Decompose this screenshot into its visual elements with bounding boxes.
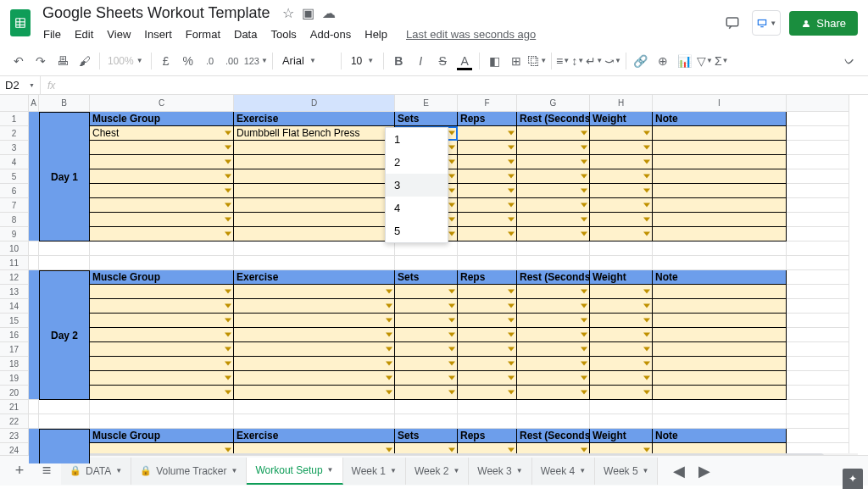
tab-menu-icon[interactable]: ▼	[115, 467, 122, 475]
cell-13-4[interactable]	[395, 285, 458, 299]
dropdown-arrow-icon[interactable]	[508, 290, 515, 294]
dropdown-arrow-icon[interactable]	[643, 189, 650, 193]
cell-20-7[interactable]	[590, 386, 653, 400]
row-header-4[interactable]: 4	[0, 155, 29, 169]
cell-13-2[interactable]	[90, 285, 234, 299]
cell-18-8[interactable]	[653, 357, 787, 371]
row-header-7[interactable]: 7	[0, 198, 29, 213]
col-header-B[interactable]: B	[39, 95, 90, 112]
dropdown-arrow-icon[interactable]	[225, 391, 231, 395]
row-header-21[interactable]: 21	[0, 400, 29, 414]
sheet-tab-week-3[interactable]: Week 3▼	[469, 458, 531, 485]
font-select[interactable]: Arial▼	[277, 54, 337, 67]
dropdown-option-2[interactable]: 2	[386, 151, 448, 174]
dropdown-arrow-icon[interactable]	[643, 319, 650, 323]
menu-view[interactable]: View	[101, 25, 136, 43]
dropdown-option-3[interactable]: 3	[386, 174, 448, 197]
dropdown-arrow-icon[interactable]	[643, 175, 650, 179]
cell-22-0[interactable]	[29, 414, 39, 429]
menu-edit[interactable]: Edit	[69, 25, 99, 43]
dropdown-arrow-icon[interactable]	[508, 304, 515, 308]
cell-22-7[interactable]	[590, 414, 653, 429]
dropdown-arrow-icon[interactable]	[508, 333, 515, 337]
row-header-1[interactable]: 1	[0, 112, 29, 126]
decrease-decimal-icon[interactable]: .0	[200, 51, 220, 71]
cell-10-5[interactable]	[458, 241, 517, 256]
menu-format[interactable]: Format	[180, 25, 226, 43]
dropdown-arrow-icon[interactable]	[581, 175, 587, 179]
cell-21-7[interactable]	[590, 400, 653, 414]
sheet-tab-volume-tracker[interactable]: 🔒Volume Tracker▼	[131, 458, 247, 485]
cell-15-7[interactable]	[590, 314, 653, 328]
cell-22-3[interactable]	[234, 414, 395, 429]
col-header-D[interactable]: D	[234, 95, 395, 112]
cell-16-9[interactable]	[787, 328, 849, 342]
cell-10-4[interactable]	[395, 241, 458, 256]
doc-title[interactable]: Google Sheets Workout Template	[37, 3, 275, 24]
dropdown-arrow-icon[interactable]	[225, 203, 231, 208]
sheet-tab-week-5[interactable]: Week 5▼	[595, 458, 658, 485]
cell-23-3[interactable]: Exercise	[234, 429, 395, 443]
cell-15-9[interactable]	[787, 314, 849, 328]
dropdown-arrow-icon[interactable]	[508, 203, 515, 208]
sheet-tab-week-4[interactable]: Week 4▼	[532, 458, 595, 485]
undo-icon[interactable]: ↶	[8, 51, 29, 71]
cell-20-4[interactable]	[395, 386, 458, 400]
row-header-3[interactable]: 3	[0, 141, 29, 155]
cell-17-8[interactable]	[653, 342, 787, 357]
text-color-icon[interactable]: A	[454, 51, 475, 71]
cell-6-9[interactable]	[787, 184, 849, 198]
cell-22-4[interactable]	[395, 414, 458, 429]
menu-tools[interactable]: Tools	[264, 25, 302, 43]
dropdown-arrow-icon[interactable]	[581, 146, 587, 150]
cell-16-3[interactable]	[234, 328, 395, 342]
row-header-8[interactable]: 8	[0, 213, 29, 227]
dropdown-arrow-icon[interactable]	[448, 160, 455, 164]
dropdown-option-1[interactable]: 1	[386, 128, 448, 151]
dropdown-arrow-icon[interactable]	[643, 376, 650, 380]
explore-button[interactable]: ✦	[843, 469, 863, 489]
cell-3-7[interactable]	[590, 141, 653, 155]
cell-15-3[interactable]	[234, 314, 395, 328]
cell-17-3[interactable]	[234, 342, 395, 357]
dropdown-arrow-icon[interactable]	[386, 304, 392, 308]
dropdown-arrow-icon[interactable]	[225, 333, 231, 337]
cell-5-9[interactable]	[787, 169, 849, 184]
cell-8-6[interactable]	[517, 213, 590, 227]
menu-data[interactable]: Data	[228, 25, 263, 43]
cell-12-3[interactable]: Exercise	[234, 270, 395, 285]
cell-20-3[interactable]	[234, 386, 395, 400]
cell-7-9[interactable]	[787, 198, 849, 213]
cell-19-7[interactable]	[590, 371, 653, 386]
cell-19-2[interactable]	[90, 371, 234, 386]
cell-8-5[interactable]	[458, 213, 517, 227]
cell-14-2[interactable]	[90, 299, 234, 314]
cell-11-1[interactable]	[39, 256, 90, 270]
dropdown-arrow-icon[interactable]	[508, 175, 515, 179]
tab-menu-icon[interactable]: ▼	[231, 467, 238, 475]
cell-9-2[interactable]	[90, 227, 234, 241]
functions-icon[interactable]: Σ▼	[715, 51, 729, 71]
dropdown-arrow-icon[interactable]	[581, 362, 587, 366]
share-button[interactable]: Share	[789, 11, 858, 36]
select-all[interactable]	[0, 95, 29, 112]
dropdown-arrow-icon[interactable]	[448, 131, 455, 136]
cell-3-5[interactable]	[458, 141, 517, 155]
cell-17-5[interactable]	[458, 342, 517, 357]
cell-1-7[interactable]: Weight	[590, 112, 653, 126]
cell-19-4[interactable]	[395, 371, 458, 386]
cell-23-4[interactable]: Sets	[395, 429, 458, 443]
dropdown-arrow-icon[interactable]	[643, 290, 650, 294]
strike-icon[interactable]: S	[432, 51, 453, 71]
cell-17-2[interactable]	[90, 342, 234, 357]
fontsize-select[interactable]: 10▼	[346, 55, 379, 67]
dropdown-arrow-icon[interactable]	[508, 160, 515, 164]
row-header-17[interactable]: 17	[0, 342, 29, 357]
cell-3-2[interactable]	[90, 141, 234, 155]
dropdown-arrow-icon[interactable]	[508, 376, 515, 380]
dropdown-arrow-icon[interactable]	[448, 391, 455, 395]
percent-icon[interactable]: %	[178, 51, 198, 71]
cell-6-7[interactable]	[590, 184, 653, 198]
cell-5-7[interactable]	[590, 169, 653, 184]
cell-9-8[interactable]	[653, 227, 787, 241]
